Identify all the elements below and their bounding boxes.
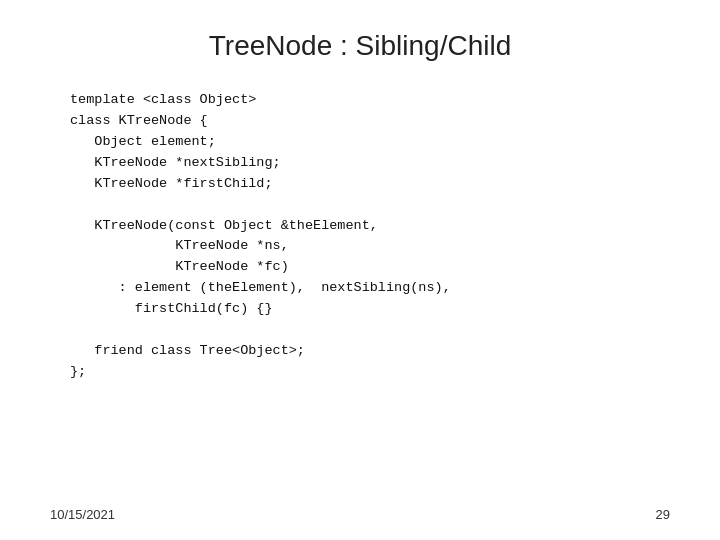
- slide-title: TreeNode : Sibling/Child: [50, 30, 670, 62]
- slide: TreeNode : Sibling/Child template <class…: [0, 0, 720, 540]
- footer-date: 10/15/2021: [50, 507, 115, 522]
- code-block: template <class Object> class KTreeNode …: [70, 90, 670, 383]
- slide-footer: 10/15/2021 29: [50, 507, 670, 522]
- footer-page: 29: [656, 507, 670, 522]
